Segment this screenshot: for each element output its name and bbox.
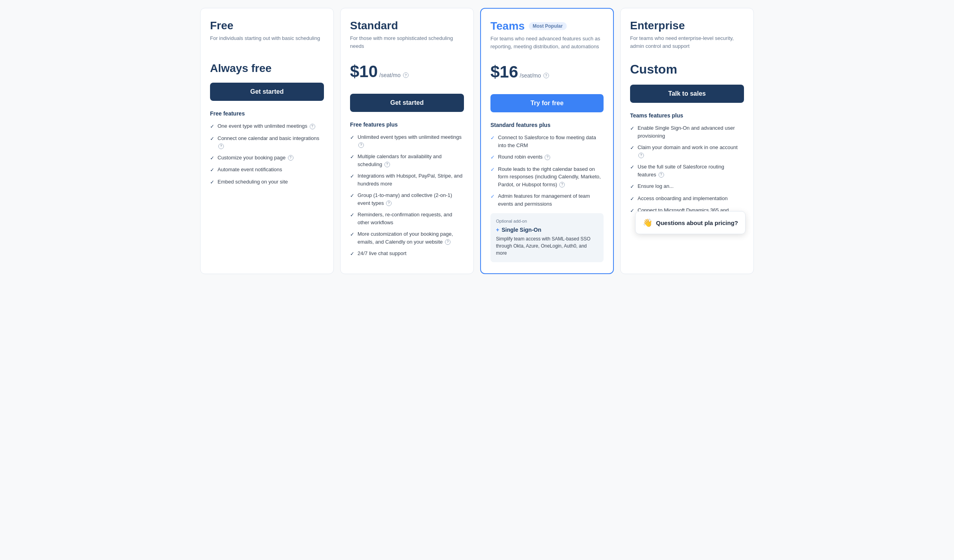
plan-price-amount-standard: $10 [350,62,378,81]
feature-text: Connect to Salesforce to flow meeting da… [498,134,604,149]
check-icon: ✓ [210,154,214,162]
list-item: ✓Unlimited event types with unlimited me… [350,133,464,149]
cta-button-teams[interactable]: Try for free [490,94,604,112]
list-item: ✓Round robin events ? [490,153,604,161]
plan-card-enterprise: EnterpriseFor teams who need enterprise-… [620,8,754,274]
most-popular-badge: Most Popular [529,22,567,30]
feature-text: Admin features for management of team ev… [498,192,604,208]
feature-text: Integrations with Hubspot, PayPal, Strip… [358,172,464,187]
check-icon: ✓ [630,125,634,132]
feature-list-free: ✓One event type with unlimited meetings … [210,122,324,186]
list-item: ✓Access onboarding and implementation [630,195,744,203]
addon-teams: Optional add-on+Single Sign-OnSimplify t… [490,213,604,262]
feature-info-icon: ? [445,239,450,245]
plan-name-enterprise: Enterprise [630,19,744,32]
feature-text: Group (1-to-many) and collective (2-on-1… [358,191,464,207]
plan-name-standard: Standard [350,19,464,32]
feature-info-icon: ? [659,172,664,178]
plan-price-free: Always free [210,62,324,75]
plan-price-unit-standard: /seat/mo ? [379,72,409,78]
plan-card-standard: StandardFor those with more sophisticate… [340,8,474,274]
list-item: ✓Ensure log an... [630,182,744,191]
check-icon: ✓ [630,144,634,152]
feature-text: Ensure log an... [638,182,674,190]
plan-price-unit-teams: /seat/mo ? [520,72,549,79]
feature-info-icon: ? [545,155,550,160]
cta-button-free[interactable]: Get started [210,83,324,101]
tooltip-popup: 👋Questions about pla pricing? [635,211,746,234]
features-title-free: Free features [210,110,324,117]
plan-price-row-standard: $10/seat/mo ? [350,62,464,86]
list-item: ✓Reminders, re-confirmation requests, an… [350,211,464,226]
features-title-standard: Free features plus [350,121,464,128]
check-icon: ✓ [630,163,634,171]
list-item: ✓One event type with unlimited meetings … [210,122,324,131]
list-item: ✓Use the full suite of Salesforce routin… [630,163,744,178]
feature-info-icon: ? [310,124,315,129]
plan-price-amount-teams: $16 [490,62,518,81]
plan-description-teams: For teams who need advanced features suc… [490,35,604,55]
feature-list-teams: ✓Connect to Salesforce to flow meeting d… [490,134,604,208]
list-item: ✓Integrations with Hubspot, PayPal, Stri… [350,172,464,187]
check-icon: ✓ [210,178,214,186]
feature-text: Unlimited event types with unlimited mee… [358,133,464,149]
plan-name-free: Free [210,19,324,32]
check-icon: ✓ [630,183,634,191]
tooltip-text: Questions about pla pricing? [656,219,738,226]
plan-price-row-teams: $16/seat/mo ? [490,62,604,86]
cta-button-standard[interactable]: Get started [350,94,464,112]
list-item: ✓24/7 live chat support [350,250,464,258]
check-icon: ✓ [350,231,354,238]
list-item: ✓Automate event notifications [210,166,324,174]
check-icon: ✓ [490,193,495,201]
list-item: ✓Connect to Salesforce to flow meeting d… [490,134,604,149]
list-item: ✓Customize your booking page ? [210,154,324,162]
list-item: ✓Admin features for management of team e… [490,192,604,208]
plan-card-teams: TeamsMost PopularFor teams who need adva… [480,8,614,274]
check-icon: ✓ [210,123,214,131]
feature-text: Reminders, re-confirmation requests, and… [358,211,464,226]
plan-description-standard: For those with more sophisticated schedu… [350,34,464,54]
list-item: ✓Embed scheduling on your site [210,178,324,186]
check-icon: ✓ [630,195,634,203]
plan-name-teams: TeamsMost Popular [490,20,604,32]
tooltip-wave-icon: 👋 [643,218,653,227]
feature-info-icon: ? [638,153,644,158]
feature-text: Automate event notifications [218,166,282,174]
check-icon: ✓ [350,153,354,161]
cta-button-enterprise[interactable]: Talk to sales [630,85,744,103]
check-icon: ✓ [210,135,214,143]
feature-info-icon: ? [386,201,392,206]
pricing-container: FreeFor individuals starting out with ba… [200,8,754,274]
list-item: ✓More customization of your booking page… [350,230,464,246]
list-item: ✓Enable Single Sign-On and advanced user… [630,124,744,140]
feature-text: Connect one calendar and basic integrati… [218,134,324,150]
price-info-icon: ? [543,73,549,78]
feature-text: Use the full suite of Salesforce routing… [638,163,744,178]
check-icon: ✓ [490,153,495,161]
check-icon: ✓ [490,166,495,174]
feature-info-icon: ? [559,182,565,187]
feature-text: Embed scheduling on your site [218,178,288,186]
list-item: ✓Multiple calendars for availability and… [350,153,464,168]
feature-info-icon: ? [384,162,390,167]
check-icon: ✓ [350,211,354,219]
check-icon: ✓ [490,134,495,142]
plan-description-enterprise: For teams who need enterprise-level secu… [630,34,744,54]
feature-text: Multiple calendars for availability and … [358,153,464,168]
feature-text: Route leads to the right calendar based … [498,165,604,189]
feature-text: Round robin events ? [498,153,550,161]
feature-text: One event type with unlimited meetings ? [218,122,315,130]
features-title-teams: Standard features plus [490,122,604,128]
plan-description-free: For individuals starting out with basic … [210,34,324,54]
optional-badge: Optional add-on [496,219,598,223]
check-icon: ✓ [350,250,354,258]
feature-info-icon: ? [358,142,364,148]
feature-text: 24/7 live chat support [358,250,407,257]
check-icon: ✓ [350,192,354,200]
check-icon: ✓ [210,166,214,174]
addon-title: +Single Sign-On [496,227,598,233]
feature-text: Customize your booking page ? [218,154,293,162]
feature-text: Enable Single Sign-On and advanced user … [638,124,744,140]
check-icon: ✓ [350,134,354,142]
